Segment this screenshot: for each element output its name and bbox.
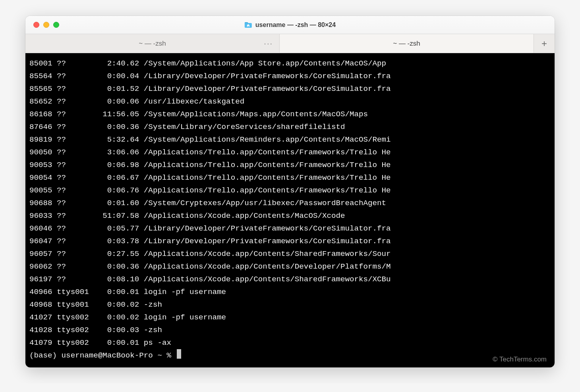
plus-icon: + [541,38,547,49]
tab-1-label: ~ — -zsh [139,40,166,48]
window-title-text: username — -zsh — 80×24 [255,21,336,29]
home-folder-icon [244,22,252,28]
tab-bar: ~ — -zsh ··· ~ — -zsh + [25,34,555,53]
tab-2[interactable]: ~ — -zsh [280,34,534,53]
tab-overflow-icon[interactable]: ··· [264,39,273,48]
watermark-text: © TechTerms.com [493,355,547,363]
tab-2-label: ~ — -zsh [393,40,420,48]
close-button[interactable] [33,22,39,28]
tab-1[interactable]: ~ — -zsh ··· [25,34,280,53]
cursor [177,349,181,359]
titlebar: username — -zsh — 80×24 [25,16,555,34]
terminal-output[interactable]: 85001 ?? 2:40.62 /System/Applications/Ap… [25,53,555,367]
new-tab-button[interactable]: + [534,34,555,53]
window-title: username — -zsh — 80×24 [244,21,336,29]
window-controls [25,22,59,28]
terminal-window: username — -zsh — 80×24 ~ — -zsh ··· ~ —… [25,16,555,367]
maximize-button[interactable] [53,22,59,28]
shell-prompt[interactable]: (base) username@MacBook-Pro ~ % [29,351,181,360]
minimize-button[interactable] [43,22,49,28]
